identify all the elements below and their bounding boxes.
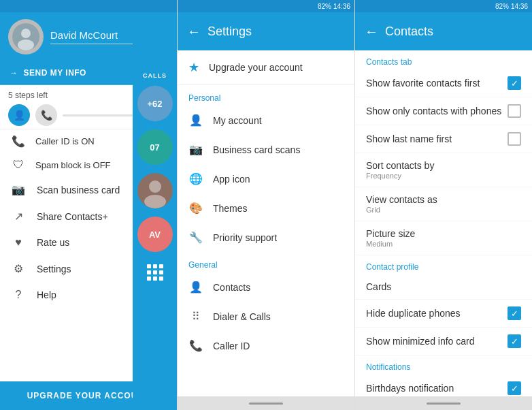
svg-rect-6 [147,264,151,268]
hide-duplicate-item[interactable]: Hide duplicate phones ✓ [355,300,532,328]
general-section-label: General [178,252,354,272]
contacts-header: ← Contacts [355,12,532,50]
settings-back-icon[interactable]: ← [187,24,201,40]
show-minimized-item[interactable]: Show minimized info card ✓ [355,328,532,356]
svg-point-2 [18,40,34,50]
contacts-label: Contacts [213,282,250,293]
upgrade-account-item[interactable]: ★ Upgrade your account [178,50,354,85]
contacts-title: Contacts [385,25,433,39]
caller-id-menu-label: Caller ID [213,341,250,351]
call-entry-3[interactable] [137,173,173,208]
battery-right: 82% [495,3,509,10]
settings-my-account[interactable]: 👤 My account [178,106,354,135]
birthdays-checkbox[interactable]: ✓ [508,381,521,395]
priority-support-label: Priority support [213,232,277,243]
settings-themes[interactable]: 🎨 Themes [178,193,354,223]
themes-icon: 🎨 [188,202,203,215]
show-only-phones-item[interactable]: Show only contacts with phones [355,97,532,125]
svg-rect-9 [147,270,151,274]
avatar[interactable] [8,19,44,54]
picture-size-sub: Medium [366,240,521,248]
status-bar-mid: 82% 14:36 [178,0,354,12]
gear-icon: ⚙ [11,262,26,275]
settings-contacts[interactable]: 👤 Contacts [178,272,354,302]
svg-rect-8 [159,264,163,268]
call-entry-4[interactable]: AV [137,217,173,252]
picture-size-title: Picture size [366,228,521,239]
contacts-scroll: Contacts tab Show favorite contacts firs… [355,50,532,396]
picture-size-item[interactable]: Picture size Medium [355,221,532,255]
svg-point-1 [21,29,31,38]
svg-point-5 [144,195,166,208]
show-only-phones-checkbox[interactable] [508,104,521,118]
scan-icon: 📷 [11,183,26,196]
cards-title: Cards [366,281,521,292]
svg-rect-11 [159,270,163,274]
hide-duplicate-title: Hide duplicate phones [366,308,508,319]
upgrade-account-label: Upgrade your account [209,62,303,73]
battery-mid: 82% [318,3,331,10]
help-icon: ? [11,289,26,301]
heart-icon: ♥ [11,236,26,249]
nav-home-bar-mid [178,396,354,410]
panel-contacts: 82% 14:36 ← Contacts Contacts tab Show f… [354,0,532,410]
settings-dialer[interactable]: ⠿ Dialer & Calls [178,302,354,331]
dialer-label: Dialer & Calls [213,311,271,322]
panel-settings: 82% 14:36 ← Settings ★ Upgrade your acco… [177,0,354,410]
app-icon-label: App icon [213,174,250,185]
settings-title: Settings [207,25,252,39]
calls-status-bar [133,0,177,12]
svg-rect-12 [147,277,151,281]
hide-duplicate-checkbox[interactable]: ✓ [508,306,521,320]
show-only-phones-title: Show only contacts with phones [366,106,508,116]
share-icon: ↗ [11,210,26,223]
contacts-icon: 👤 [188,281,203,294]
panel-left: 83% 14:36 David McCourt ✏ → SEND MY INFO… [0,0,177,410]
show-favorite-title: Show favorite contacts first [366,78,508,89]
calls-label: CALLS [143,72,167,79]
call-num-2: 07 [150,142,159,153]
dialpad-icon[interactable] [146,263,165,285]
show-minimized-checkbox[interactable]: ✓ [508,334,521,348]
contacts-tab-label: Contacts tab [355,50,532,69]
svg-rect-10 [153,270,157,274]
call-entry-2[interactable]: 07 [137,129,173,165]
show-favorite-checkbox[interactable]: ✓ [508,76,521,90]
view-contacts-item[interactable]: View contacts as Grid [355,187,532,221]
svg-rect-7 [153,264,157,268]
call-entry-1[interactable]: +62 [137,86,173,121]
home-indicator-right [427,403,461,405]
my-account-label: My account [213,115,262,126]
show-last-name-item[interactable]: Show last name first [355,125,532,153]
contacts-back-icon[interactable]: ← [365,24,378,40]
show-favorite-item[interactable]: Show favorite contacts first ✓ [355,69,532,97]
step-1-icon: 👤 [8,104,30,126]
sort-contacts-item[interactable]: Sort contacts by Frequency [355,153,532,187]
settings-priority-support[interactable]: 🔧 Priority support [178,223,354,252]
sort-contacts-sub: Frequency [366,172,521,180]
settings-business-card[interactable]: 📷 Business card scans [178,135,354,164]
show-minimized-title: Show minimized info card [366,336,508,347]
birthdays-item[interactable]: Birthdays notification ✓ [355,375,532,396]
settings-app-icon[interactable]: 🌐 App icon [178,164,354,193]
caller-id-icon: 📞 [188,339,203,352]
show-last-name-title: Show last name first [366,133,508,144]
view-contacts-sub: Grid [366,206,521,214]
settings-caller-id[interactable]: 📞 Caller ID [178,331,354,360]
send-my-info-label: SEND MY INFO [24,68,86,78]
call-initials-1: AV [149,230,161,240]
svg-rect-14 [159,277,163,281]
show-last-name-checkbox[interactable] [508,132,521,146]
dialer-icon: ⠿ [188,310,203,323]
calls-overlay: CALLS +62 07 AV [133,0,177,410]
time-mid: 14:36 [333,3,350,10]
user-line [50,44,137,44]
svg-rect-13 [153,277,157,281]
nav-home-bar-right [355,396,532,410]
sort-contacts-title: Sort contacts by [366,160,521,171]
themes-label: Themes [213,203,248,214]
business-card-icon: 📷 [188,143,203,156]
business-card-label: Business card scans [213,144,300,155]
send-arrow-icon: → [10,68,18,78]
cards-item[interactable]: Cards [355,274,532,300]
